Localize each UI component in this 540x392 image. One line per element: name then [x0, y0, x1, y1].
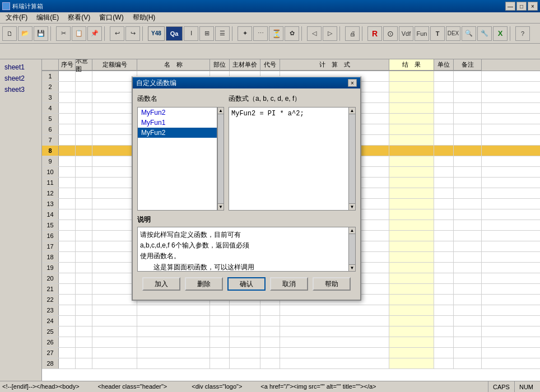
- toolbar-circle[interactable]: ⊙: [383, 26, 398, 41]
- toolbar-special2[interactable]: Qa: [166, 26, 183, 41]
- scroll-up-btn2[interactable]: ▲: [349, 108, 355, 114]
- scroll-down-btn[interactable]: ▼: [218, 203, 224, 210]
- textarea-scrollbar[interactable]: ▲ ▼: [348, 108, 355, 210]
- col-header-unit: 部位: [210, 59, 230, 71]
- row-num: 11: [42, 178, 59, 188]
- listbox-scrollbar[interactable]: ▲ ▼: [217, 107, 224, 211]
- desc-scrollbar[interactable]: ▲ ▼: [348, 227, 355, 271]
- dialog-close-button[interactable]: ×: [348, 79, 357, 87]
- col-header-seq: 序号: [59, 59, 76, 71]
- menu-window[interactable]: 窗口(W): [95, 12, 128, 23]
- cancel-button[interactable]: 取消: [270, 277, 308, 291]
- toolbar-excel[interactable]: X: [493, 26, 508, 41]
- row-num: 28: [42, 358, 59, 368]
- col-headers: 序号 示意图 定额编号 名 称 部位 主材单价 代号 计 算 式 结 果 单位 …: [42, 59, 540, 71]
- toolbar-search[interactable]: 🔍: [462, 26, 476, 41]
- dialog-label-formula: 函数式（a, b, c, d, e, f）: [229, 93, 356, 105]
- help-button[interactable]: 帮助: [313, 277, 351, 291]
- formula-editor-container: MyFun2 = PI * a^2; ▲ ▼: [229, 107, 356, 211]
- toolbar-open[interactable]: 📂: [18, 26, 32, 41]
- scroll-track: [218, 114, 224, 203]
- row-num: 14: [42, 209, 59, 220]
- toolbar-new[interactable]: 🗋: [2, 26, 17, 41]
- dialog-label-name: 函数名: [137, 93, 224, 105]
- delete-button[interactable]: 删除: [185, 277, 223, 291]
- table-row: 24: [42, 316, 540, 326]
- row-num-header: [42, 59, 59, 71]
- toolbar-copy[interactable]: 📋: [72, 26, 86, 41]
- app-icon: [2, 2, 10, 10]
- row-num: 19: [42, 263, 59, 273]
- toolbar-paste[interactable]: 📌: [87, 26, 102, 41]
- toolbar-scissors[interactable]: ✦: [238, 26, 252, 41]
- app-title: 科瑞计算箱: [12, 2, 43, 11]
- dialog-columns: 函数名 MyFun2 MyFun1 MyFun2 ▲: [137, 93, 356, 211]
- toolbar-b4[interactable]: ⋯: [253, 26, 268, 41]
- toolbar-help[interactable]: ?: [515, 26, 530, 41]
- scroll-up-btn3[interactable]: ▲: [349, 227, 355, 234]
- toolbar-t-icon[interactable]: T: [430, 26, 445, 41]
- table-row: 23: [42, 305, 540, 316]
- row-num: 10: [42, 167, 59, 177]
- col-header-icon: 示意图: [76, 59, 92, 71]
- list-item-myfun1[interactable]: MyFun1: [138, 118, 217, 128]
- title-bar-left: 科瑞计算箱: [2, 2, 43, 11]
- toolbar-dex[interactable]: DEX: [446, 26, 460, 41]
- dialog-desc-text: 请按此样写自定义函数，目前可有 a,b,c,d,e,f 6个输入参数，返回值必须…: [138, 227, 348, 271]
- toolbar-fun[interactable]: Fun: [415, 26, 429, 41]
- row-num: 1: [42, 71, 59, 81]
- toolbar-b6[interactable]: ◁: [307, 26, 322, 41]
- table-row: 26: [42, 337, 540, 348]
- toolbar-v-icon[interactable]: Vdf: [399, 26, 413, 41]
- toolbar-cut[interactable]: ✂: [56, 26, 71, 41]
- toolbar-b1[interactable]: Ⅰ: [184, 26, 198, 41]
- close-btn[interactable]: ×: [528, 2, 538, 11]
- toolbar-redo[interactable]: ↪: [125, 26, 140, 41]
- toolbar-b5[interactable]: ✿: [285, 26, 299, 41]
- dialog-function-listbox[interactable]: MyFun2 MyFun1 MyFun2: [137, 107, 217, 211]
- menu-view[interactable]: 察看(V): [63, 12, 95, 23]
- formula-textarea[interactable]: MyFun2 = PI * a^2;: [229, 108, 348, 210]
- list-item-myfun2-selected[interactable]: MyFun2: [138, 128, 217, 138]
- toolbar-wait[interactable]: ⏳: [269, 26, 283, 41]
- list-item-myfun2-first[interactable]: MyFun2: [138, 108, 217, 118]
- main-layout: sheet1 sheet2 sheet3 序号 示意图 定额编号 名 称 部位 …: [0, 59, 540, 381]
- col-header-unit2: 单位: [434, 59, 454, 71]
- toolbar-b3[interactable]: ☰: [215, 26, 230, 41]
- scroll-down-btn2[interactable]: ▼: [349, 203, 355, 210]
- dialog-title-bar[interactable]: 自定义函数编 ×: [133, 77, 360, 88]
- toolbar-b2[interactable]: ⊞: [199, 26, 214, 41]
- row-num: 23: [42, 305, 59, 315]
- toolbar-special1[interactable]: Y48: [148, 26, 165, 41]
- col-header-note: 备注: [454, 59, 482, 71]
- toolbar-undo[interactable]: ↩: [110, 26, 124, 41]
- restore-btn[interactable]: □: [516, 2, 527, 11]
- toolbar-save[interactable]: 💾: [34, 26, 48, 41]
- toolbar-b8[interactable]: 🔧: [477, 26, 492, 41]
- toolbar-b7[interactable]: ▷: [323, 26, 337, 41]
- row-num: 26: [42, 337, 59, 347]
- toolbar-print[interactable]: 🖨: [345, 26, 360, 41]
- row-num: 12: [42, 188, 59, 198]
- scroll-down-btn3[interactable]: ▼: [349, 264, 355, 271]
- row-num: 13: [42, 199, 59, 209]
- desc-container: 请按此样写自定义函数，目前可有 a,b,c,d,e,f 6个输入参数，返回值必须…: [137, 227, 356, 272]
- minimize-btn[interactable]: —: [505, 2, 515, 11]
- toolbar-sep1: [50, 26, 54, 41]
- menu-help[interactable]: 帮助(H): [128, 12, 160, 23]
- col-header-code: 代号: [260, 59, 280, 71]
- scroll-track3: [349, 234, 355, 264]
- row-num: 4: [42, 103, 59, 113]
- sheet-item-3[interactable]: sheet3: [0, 84, 41, 95]
- toolbar-r-icon[interactable]: R: [367, 26, 382, 41]
- sheet-item-2[interactable]: sheet2: [0, 73, 41, 84]
- dialog-right-column: 函数式（a, b, c, d, e, f） MyFun2 = PI * a^2;…: [229, 93, 356, 211]
- confirm-button[interactable]: 确认: [227, 277, 266, 291]
- scroll-up-btn[interactable]: ▲: [218, 108, 224, 114]
- dialog-buttons: 加入 删除 确认 取消 帮助: [137, 277, 356, 295]
- sheet-item-1[interactable]: sheet1: [0, 62, 41, 73]
- menu-file[interactable]: 文件(F): [1, 12, 32, 23]
- table-row: 28: [42, 358, 540, 369]
- add-button[interactable]: 加入: [142, 277, 180, 291]
- menu-edit[interactable]: 编辑(E): [32, 12, 63, 23]
